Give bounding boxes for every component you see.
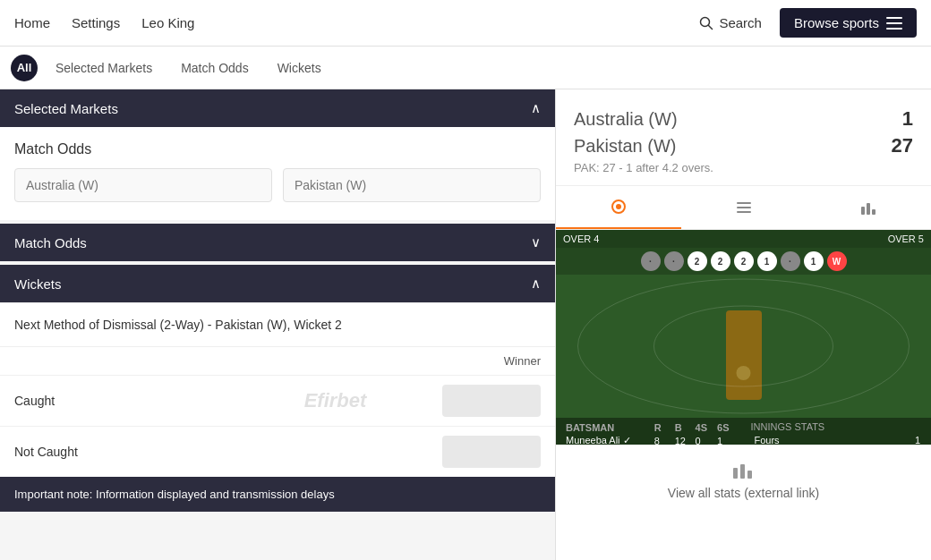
selected-markets-chevron	[531, 100, 541, 116]
batsman-table: BATSMAN R B 4S 6S Muneeba Ali ✓ 8	[563, 421, 737, 445]
right-tab-live[interactable]	[556, 186, 681, 229]
match-odds-section-header[interactable]: Match Odds	[0, 224, 555, 261]
not-caught-odds-box[interactable]	[442, 436, 541, 468]
batsman1-b: 12	[672, 434, 693, 445]
tab-selected-markets[interactable]: Selected Markets	[45, 57, 163, 79]
ball-3: 2	[688, 251, 707, 271]
balls-row: · · 2 2 2 1 · 1 W	[556, 248, 931, 275]
ball-4: 2	[711, 251, 730, 271]
svg-rect-18	[747, 471, 752, 479]
header: Home Settings Leo King Search Browse spo…	[0, 0, 931, 47]
team1-row: Australia (W) 1	[574, 107, 913, 131]
r-col-header: R	[652, 421, 672, 434]
cricket-visualization: OVER 4 OVER 5 · · 2 2 2 1 · 1 W	[556, 230, 931, 445]
right-panel: Australia (W) 1 Pakistan (W) 27 PAK: 27 …	[555, 89, 931, 560]
wickets-section-title: Wickets	[14, 276, 62, 292]
svg-rect-2	[886, 17, 902, 19]
right-tab-list[interactable]	[681, 186, 807, 229]
innings-table: Fours 1 Sixes 1 Extras 3	[751, 434, 925, 445]
svg-rect-17	[740, 464, 745, 479]
batsman-stats: BATSMAN R B 4S 6S Muneeba Ali ✓ 8	[556, 418, 744, 445]
main-layout: Selected Markets Match Odds Match Odds W…	[0, 89, 931, 560]
tab-wickets[interactable]: Wickets	[267, 57, 332, 79]
right-tabs	[556, 186, 931, 230]
ball-5: 2	[734, 251, 754, 271]
outcome-row-not-caught: Not Caught	[0, 426, 555, 477]
svg-rect-11	[867, 203, 870, 215]
search-button[interactable]: Search	[688, 10, 773, 36]
footer-note: Important note: Information displayed an…	[0, 477, 555, 512]
innings-row-fours: Fours 1	[751, 434, 925, 445]
batsman1-4s: 0	[693, 434, 714, 445]
wickets-market-label: Next Method of Dismissal (2-Way) - Pakis…	[0, 302, 555, 346]
team1-score: 1	[902, 107, 913, 131]
outcome-row-caught: Caught Efirbet	[0, 375, 555, 426]
ball-1: ·	[641, 251, 661, 271]
svg-point-15	[737, 366, 751, 380]
header-right: Search Browse sports	[688, 8, 917, 38]
svg-rect-12	[872, 209, 875, 215]
odds-row	[14, 168, 541, 202]
fours-value: 1	[878, 434, 924, 445]
field-area	[556, 275, 931, 418]
browse-sports-button[interactable]: Browse sports	[780, 8, 917, 38]
nav-settings[interactable]: Settings	[72, 15, 120, 30]
match-odds-label: Match Odds	[14, 141, 541, 157]
svg-point-13	[578, 279, 910, 413]
ball-6: 1	[757, 251, 777, 271]
svg-rect-7	[737, 202, 751, 204]
batsman1-name: Muneeba Ali ✓	[563, 434, 652, 445]
nav-home[interactable]: Home	[14, 15, 50, 30]
batsman-col-header: BATSMAN	[563, 421, 652, 434]
right-tab-stats[interactable]	[806, 186, 931, 229]
ball-8: 1	[804, 251, 824, 271]
svg-rect-8	[737, 207, 751, 208]
team2-name: Pakistan (W)	[574, 136, 676, 157]
main-nav: Home Settings Leo King	[14, 15, 688, 30]
selected-markets-title: Selected Markets	[14, 101, 118, 116]
over4-label: OVER 4	[563, 233, 599, 244]
ball-9: W	[827, 251, 847, 271]
wickets-section-header[interactable]: Wickets	[0, 265, 555, 302]
team2-odds-input[interactable]	[283, 168, 541, 202]
over-labels: OVER 4 OVER 5	[556, 230, 931, 248]
score-detail: PAK: 27 - 1 after 4.2 overs.	[574, 161, 913, 174]
match-odds-chevron	[531, 234, 541, 250]
list-icon	[734, 198, 754, 217]
match-odds-section-title: Match Odds	[14, 235, 87, 250]
not-caught-label: Not Caught	[14, 445, 228, 459]
field-svg	[556, 275, 931, 418]
bar-chart-icon	[858, 198, 878, 217]
svg-rect-16	[733, 468, 738, 479]
ball-7: ·	[781, 251, 800, 271]
watermark: Efirbet	[228, 389, 442, 412]
innings-stats-label: INNINGS STATS	[751, 421, 925, 432]
caught-odds-box[interactable]	[442, 385, 541, 417]
6s-col-header: 6S	[714, 421, 736, 434]
nav-user[interactable]: Leo King	[141, 15, 194, 30]
tab-match-odds[interactable]: Match Odds	[170, 57, 259, 79]
view-stats-label: View all stats (external link)	[668, 486, 819, 500]
team2-row: Pakistan (W) 27	[574, 134, 913, 157]
tabs-row: All Selected Markets Match Odds Wickets	[0, 47, 931, 89]
batsman-row-1: Muneeba Ali ✓ 8 12 0 1	[563, 434, 737, 445]
wickets-chevron	[531, 276, 541, 292]
selected-markets-header[interactable]: Selected Markets	[0, 89, 555, 127]
team1-odds-input[interactable]	[14, 168, 272, 202]
view-stats-button[interactable]: View all stats (external link)	[556, 445, 931, 514]
batsman1-r: 8	[652, 434, 672, 445]
menu-icon	[886, 17, 902, 30]
team1-name: Australia (W)	[574, 109, 678, 130]
bar-stats-icon	[731, 459, 756, 480]
tab-all[interactable]: All	[11, 55, 38, 81]
score-section: Australia (W) 1 Pakistan (W) 27 PAK: 27 …	[556, 89, 931, 186]
caught-label: Caught	[14, 394, 228, 408]
live-icon	[609, 197, 628, 216]
fours-label: Fours	[751, 434, 878, 445]
svg-rect-10	[861, 207, 865, 215]
team2-score: 27	[892, 134, 913, 157]
left-panel: Selected Markets Match Odds Match Odds W…	[0, 89, 555, 560]
over5-label: OVER 5	[888, 233, 924, 244]
stats-section: BATSMAN R B 4S 6S Muneeba Ali ✓ 8	[556, 418, 931, 445]
svg-rect-9	[737, 211, 751, 213]
